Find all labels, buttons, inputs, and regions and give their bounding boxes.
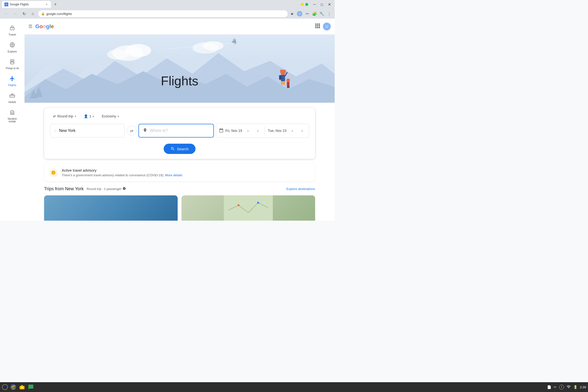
trips-title: Trips from New York <box>44 186 83 192</box>
bookmark-icon[interactable]: ★ <box>290 11 294 16</box>
return-date-label: Tue, Nov 23 <box>268 129 287 133</box>
svg-point-30 <box>203 41 224 50</box>
trips-cards: Miami <box>44 196 315 221</box>
cabin-chevron: ▾ <box>118 115 119 118</box>
toolbar-icons: ★ U ✂ 🧩 🔧 ⋮ <box>290 11 332 16</box>
sidebar-item-travel[interactable]: Travel <box>2 22 22 38</box>
cabin-label: Economy <box>102 114 116 118</box>
extension-puzzle-icon[interactable]: 🧩 <box>312 11 317 16</box>
trip-type-btn[interactable]: ⇄ Round trip ▾ <box>50 113 79 120</box>
svg-rect-36 <box>283 81 285 85</box>
to-input[interactable]: Where to? <box>138 124 214 138</box>
trip-card-miami[interactable]: Miami <box>44 196 178 221</box>
sidebar-item-explore-label: Explore <box>7 50 17 53</box>
return-prev-btn[interactable]: ‹ <box>288 127 296 134</box>
things-to-do-icon <box>9 59 15 66</box>
search-options: ⇄ Round trip ▾ 👤 1 ▾ Economy ▾ <box>50 113 309 120</box>
destination-pin-icon <box>143 128 147 133</box>
google-apps-btn[interactable] <box>315 23 320 30</box>
trip-card-miami-img <box>44 196 178 221</box>
passengers-label: 1 <box>89 114 91 118</box>
vacation-icon <box>9 109 15 116</box>
minimize-btn[interactable] <box>301 3 304 6</box>
flights-icon <box>9 76 15 82</box>
extension-scissors-icon[interactable]: ✂ <box>305 11 310 16</box>
hero-illustration <box>24 34 335 103</box>
tab-close-btn[interactable]: × <box>45 2 48 6</box>
search-btn-label: Search <box>177 147 189 151</box>
passengers-btn[interactable]: 👤 1 ▾ <box>81 113 97 120</box>
trips-info-icon[interactable] <box>122 187 126 191</box>
window-minimize-btn[interactable]: ─ <box>311 1 318 8</box>
search-btn-row: Search <box>50 144 309 154</box>
svg-point-38 <box>287 78 290 82</box>
browser-tab[interactable]: ✈ Google Flights × <box>2 1 51 8</box>
svg-rect-11 <box>315 24 316 25</box>
profile-icon[interactable]: U <box>297 11 302 16</box>
window-restore-btn[interactable]: ◻ <box>318 1 325 8</box>
google-header: ☰ Google U <box>24 19 335 34</box>
hamburger-menu[interactable]: ☰ <box>28 24 32 29</box>
advisory-content: Active travel advisory There's a governm… <box>62 168 182 177</box>
sidebar-item-flights[interactable]: Flights <box>2 73 22 89</box>
extension-icon[interactable]: 🔧 <box>319 11 324 16</box>
search-btn-icon <box>171 146 175 151</box>
origin-value: New York <box>59 128 76 133</box>
back-btn[interactable]: ← <box>3 10 10 17</box>
explore-destinations-link[interactable]: Explore destinations <box>287 187 315 191</box>
hotels-icon <box>9 92 15 100</box>
header-actions: U <box>315 22 331 30</box>
depart-date-label: Fri, Nov 19 <box>225 129 242 133</box>
advisory-info-icon <box>49 168 58 177</box>
explore-icon <box>9 42 15 49</box>
return-next-btn[interactable]: › <box>298 127 306 134</box>
user-avatar[interactable]: U <box>323 22 331 30</box>
window-close-btn[interactable]: ✕ <box>326 1 333 8</box>
new-tab-btn[interactable]: + <box>52 1 59 8</box>
from-input[interactable]: ○ New York <box>50 124 125 138</box>
svg-point-27 <box>125 44 151 57</box>
sidebar-item-vacation[interactable]: Vacation rentals <box>2 107 22 125</box>
refresh-btn[interactable]: ↻ <box>20 10 27 17</box>
swap-airports-btn[interactable]: ⇄ <box>127 126 136 136</box>
search-section: ⇄ Round trip ▾ 👤 1 ▾ Economy ▾ <box>24 103 335 164</box>
svg-rect-40 <box>287 86 288 88</box>
depart-date-btn[interactable]: Fri, Nov 19 ‹ › <box>216 124 265 138</box>
cabin-btn[interactable]: Economy ▾ <box>99 113 121 120</box>
trips-section: Trips from New York Round trip · 1 passe… <box>44 186 315 221</box>
sidebar-item-things-to-do-label: Things to do <box>5 67 19 70</box>
trips-meta: Round trip · 1 passenger <box>86 187 126 191</box>
address-bar[interactable]: 🔒 google.com/flights <box>38 10 288 17</box>
svg-rect-12 <box>317 24 318 25</box>
svg-rect-35 <box>281 81 283 85</box>
hero-section: Flights <box>24 34 335 103</box>
depart-next-btn[interactable]: › <box>254 127 262 134</box>
svg-rect-42 <box>224 196 273 221</box>
advisory-text: There's a government travel advisory rel… <box>62 173 182 177</box>
svg-rect-39 <box>287 82 290 86</box>
svg-rect-41 <box>288 86 289 88</box>
sidebar-item-hotels[interactable]: Hotels <box>2 90 22 106</box>
svg-rect-19 <box>319 27 320 28</box>
sidebar-item-hotels-label: Hotels <box>8 100 16 104</box>
menu-icon[interactable]: ⋮ <box>327 11 332 16</box>
tab-favicon: ✈ <box>4 2 8 6</box>
depart-prev-btn[interactable]: ‹ <box>244 127 252 134</box>
return-date-btn[interactable]: Tue, Nov 23 ‹ › <box>265 124 309 138</box>
svg-rect-10 <box>11 112 13 114</box>
home-btn[interactable]: ⌂ <box>29 10 36 17</box>
sidebar-item-explore[interactable]: Explore <box>2 40 22 56</box>
maximize-btn[interactable] <box>305 3 308 6</box>
search-flights-btn[interactable]: Search <box>164 144 196 154</box>
swap-icon: ⇄ <box>130 128 133 133</box>
svg-rect-8 <box>10 95 15 97</box>
svg-rect-13 <box>319 24 320 25</box>
forward-btn[interactable]: → <box>12 10 19 17</box>
svg-rect-15 <box>317 25 318 26</box>
svg-rect-16 <box>319 25 320 26</box>
passengers-chevron: ▾ <box>93 115 94 118</box>
advisory-more-details-link[interactable]: More details <box>165 173 183 177</box>
trips-header: Trips from New York Round trip · 1 passe… <box>44 186 315 192</box>
sidebar-item-things-to-do[interactable]: Things to do <box>2 56 22 72</box>
trip-card-map[interactable] <box>182 196 315 221</box>
